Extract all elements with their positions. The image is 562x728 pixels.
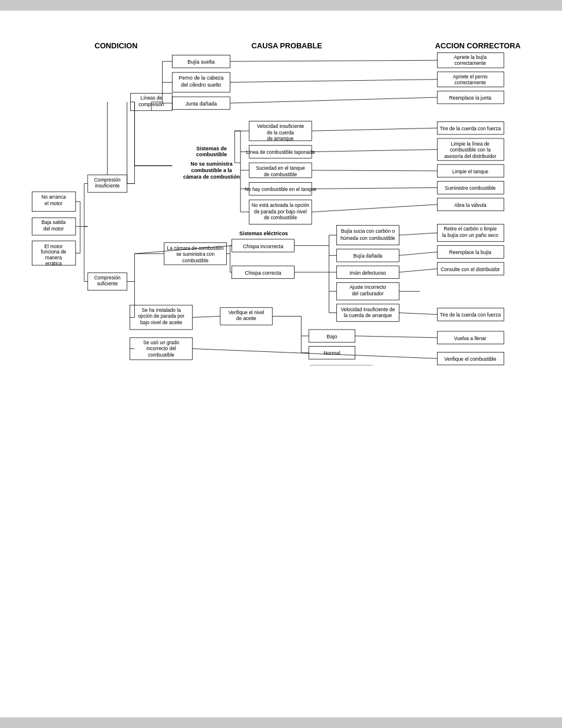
- no-suministra-text: No se suministra: [191, 161, 233, 167]
- abra-valvula-text: Abra la válvula: [454, 202, 487, 208]
- suministre-text: Suministre combustible: [445, 185, 496, 191]
- svg-line-60: [193, 349, 438, 359]
- iman-text: Imán defectuoso: [350, 270, 386, 276]
- lineas-compresion-text: Líneas de: [141, 95, 163, 101]
- chispa-correcta-text: Chispa correcta: [245, 270, 282, 276]
- diagram-container: CONDICION CAUSA PROBABLE ACCION CORRECTO…: [10, 29, 552, 367]
- svg-line-33: [312, 170, 437, 171]
- svg-line-49: [399, 233, 437, 235]
- no-activada-text: No está activada la opción: [252, 202, 309, 208]
- perno-text2: del cilindro suelto: [181, 82, 221, 88]
- baja-salida-text: Baja salida: [41, 219, 65, 225]
- sistemas-electricos-text: Sistemas eléctricos: [239, 230, 288, 236]
- junta-text: Junta dañada: [186, 101, 217, 107]
- bajo-text: Bajo: [327, 334, 338, 340]
- sistemas-combustible-text2: combustible: [196, 151, 227, 157]
- apriete-perno-text: Apriete el perno: [453, 74, 488, 80]
- suciedad-text: Suciedad en el tanque: [256, 165, 305, 171]
- svg-line-51: [399, 269, 437, 272]
- consulte-text: Consulte con el distribuidor: [441, 266, 500, 272]
- grado-incorrecto-text2: incorrecto del: [147, 345, 176, 351]
- vuelva-llenar-text: Vuelva a llenar: [454, 335, 487, 341]
- compresion-insuf-text2: insuficiente: [95, 183, 120, 189]
- instalado-text3: bajo nivel de aceite: [140, 319, 183, 325]
- chispa-incorrecta-text: Chispa incorrecta: [243, 243, 283, 249]
- normal-text: Normal: [323, 350, 340, 356]
- camara-text2: se suministra con: [176, 251, 214, 257]
- velocidad-text3: de arranque: [267, 136, 294, 141]
- reemplace-junta-text: Reemplace la junta: [449, 95, 492, 101]
- tire-cuerda2-text: Tire de la cuerda con fuerza: [439, 312, 501, 318]
- diagram-svg: CONDICION CAUSA PROBABLE ACCION CORRECTO…: [10, 35, 552, 365]
- svg-line-50: [399, 252, 437, 255]
- svg-line-21: [230, 60, 438, 61]
- svg-line-32: [312, 150, 437, 152]
- no-arranca-text: No arranca: [41, 194, 66, 200]
- motor-erratico-text2: funciona de: [41, 249, 67, 255]
- perno-text: Perno de la cabeza: [178, 75, 223, 81]
- limpie-linea-text2: combustible con la: [450, 147, 491, 153]
- no-combustible-text: No hay combustible en el tanque: [244, 186, 316, 192]
- linea-taponada-text: Línea de combustible taponada: [246, 149, 315, 155]
- no-suministra-text2: combustible a la: [191, 167, 232, 173]
- verifique-aceite-text: Verifique el nivel: [229, 309, 265, 315]
- reemplace-bujia-text: Reemplace la bujía: [449, 249, 492, 255]
- motor-erratico-text3: manera: [45, 255, 62, 261]
- top-bar: [0, 0, 562, 11]
- compresion-suf-text2: suficiente: [97, 281, 118, 286]
- svg-line-31: [312, 128, 437, 131]
- bottom-bar: [0, 717, 562, 728]
- retire-carbon-text: Retire el carbón o limpie: [444, 226, 497, 232]
- sistemas-combustible-text: Sistemas de: [196, 146, 227, 151]
- limpie-tanque-text: Limpie el tanque: [452, 169, 489, 174]
- title-cause: CAUSA PROBABLE: [252, 41, 323, 50]
- title-action: ACCION CORRECTORA: [435, 41, 520, 50]
- svg-line-35: [312, 205, 437, 212]
- bujia-suelta-text: Bujía suelta: [187, 59, 214, 65]
- svg-line-53: [399, 313, 437, 315]
- limpie-linea-text3: asesoría del distribuidor: [444, 153, 497, 159]
- instalado-text2: opción de parada por: [138, 313, 184, 319]
- velocidad2-text2: la cuerda de arranque: [344, 312, 392, 318]
- compresion-suf-text: Compresión: [94, 275, 121, 281]
- limpie-linea-text: Limpie la línea de: [451, 141, 490, 147]
- no-suministra-text3: cámara de combustión: [183, 174, 240, 180]
- bujia-sucia-text2: húmeda con combustible: [340, 235, 395, 241]
- svg-line-22: [230, 80, 438, 83]
- camara-text3: combustible: [182, 258, 209, 263]
- bujia-sucia-text: Bujía sucia con carbón o: [341, 228, 395, 234]
- camara-text: La cámara de combustión: [167, 245, 224, 251]
- no-arranca-text2: el motor: [45, 200, 62, 206]
- tire-cuerda-text: Tire de la cuerda con fuerza: [439, 126, 501, 131]
- no-activada-text2: de parada por bajo nivel: [254, 209, 307, 215]
- verifique-aceite-text2: de aceite: [236, 315, 256, 321]
- svg-line-59: [355, 336, 438, 338]
- motor-erratico-text4: errática: [45, 261, 62, 266]
- apriete-bujia-text2: correctamente: [455, 60, 487, 66]
- page: CONDICION CAUSA PROBABLE ACCION CORRECTO…: [0, 0, 562, 728]
- retire-carbon-text2: la bujía con un paño seco: [442, 232, 498, 238]
- velocidad-text2: de la cuerda: [267, 130, 294, 136]
- velocidad2-text: Velocidad insuficiente de: [340, 307, 395, 312]
- compresion-insuf-text: Compresión: [94, 177, 121, 183]
- ajuste-text: Ajuste incorrecto: [349, 284, 386, 290]
- apriete-perno-text2: correctamente: [455, 80, 487, 85]
- velocidad-text: Velocidad insuficiente: [257, 123, 305, 129]
- motor-erratico-text: El motor: [44, 243, 62, 249]
- grado-incorrecto-text: Se usó un grado: [143, 340, 180, 345]
- grado-incorrecto-text3: combustible: [148, 352, 174, 358]
- svg-line-23: [230, 97, 438, 103]
- suciedad-text2: de combustible: [264, 172, 297, 177]
- apriete-bujia-text: Apriete la bujía: [454, 54, 487, 60]
- instalado-text: Se ha instalado la: [141, 307, 181, 313]
- bujia-danada-text: Bujía dañada: [353, 253, 383, 259]
- baja-salida-text2: del motor: [44, 226, 64, 232]
- verifique-combustible-text: Verifique el combustible: [444, 356, 496, 362]
- title-condition: CONDICION: [94, 41, 137, 50]
- svg-line-54: [193, 316, 220, 317]
- svg-line-34: [312, 187, 437, 189]
- ajuste-text2: del carburador: [352, 291, 384, 297]
- no-activada-text3: de combustible: [264, 215, 297, 220]
